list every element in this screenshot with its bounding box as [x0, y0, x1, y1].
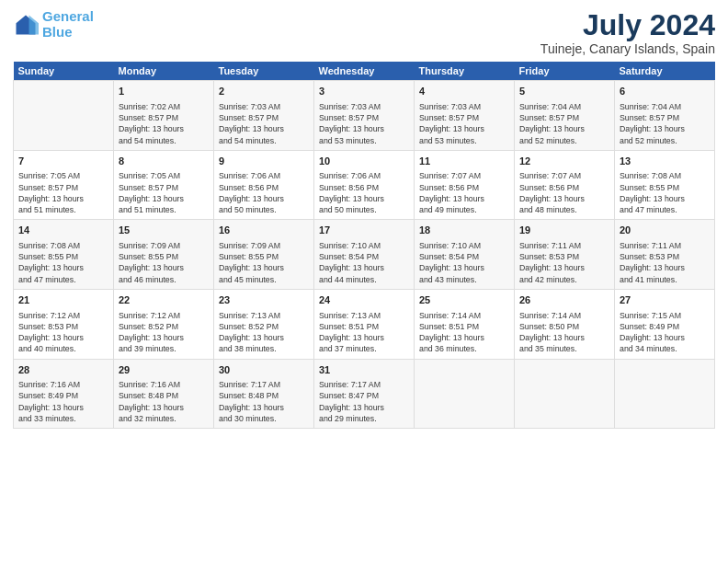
cell-content: Sunrise: 7:15 AMSunset: 8:49 PMDaylight:… [620, 310, 710, 355]
cell-line: Sunrise: 7:03 AM [219, 101, 309, 112]
cell-content: Sunrise: 7:10 AMSunset: 8:54 PMDaylight:… [419, 240, 509, 285]
cell-line: and 38 minutes. [219, 343, 309, 354]
cell-line: and 50 minutes. [319, 204, 409, 215]
day-number: 6 [620, 85, 710, 98]
page: General Blue July 2024 Tuineje, Canary I… [0, 0, 728, 563]
cell-line: and 45 minutes. [219, 274, 309, 285]
cell-content: Sunrise: 7:04 AMSunset: 8:57 PMDaylight:… [519, 101, 609, 146]
main-title: July 2024 [540, 9, 715, 41]
table-cell: 6Sunrise: 7:04 AMSunset: 8:57 PMDaylight… [615, 81, 715, 151]
cell-line: Sunrise: 7:17 AM [319, 379, 409, 390]
cell-content: Sunrise: 7:16 AMSunset: 8:48 PMDaylight:… [119, 379, 209, 424]
cell-line: and 51 minutes. [119, 204, 209, 215]
cell-line: Daylight: 13 hours [319, 123, 409, 134]
cell-line: Sunrise: 7:12 AM [18, 310, 108, 321]
day-number: 16 [219, 224, 309, 237]
col-monday: Monday [114, 62, 214, 81]
cell-line: Sunrise: 7:05 AM [119, 170, 209, 181]
cell-line: Sunrise: 7:07 AM [519, 170, 609, 181]
cell-content: Sunrise: 7:14 AMSunset: 8:51 PMDaylight:… [419, 310, 509, 355]
table-cell: 5Sunrise: 7:04 AMSunset: 8:57 PMDaylight… [515, 81, 615, 151]
title-block: July 2024 Tuineje, Canary Islands, Spain [540, 9, 715, 56]
cell-content: Sunrise: 7:14 AMSunset: 8:50 PMDaylight:… [519, 310, 609, 355]
table-cell: 30Sunrise: 7:17 AMSunset: 8:48 PMDayligh… [214, 359, 314, 429]
calendar-table: Sunday Monday Tuesday Wednesday Thursday… [13, 62, 715, 429]
cell-line: Sunrise: 7:10 AM [319, 240, 409, 251]
cell-line: Daylight: 13 hours [319, 402, 409, 413]
cell-line: Sunset: 8:51 PM [319, 321, 409, 332]
day-number: 25 [419, 293, 509, 307]
day-number: 15 [119, 224, 209, 237]
cell-line: Sunset: 8:52 PM [219, 321, 309, 332]
day-number: 18 [419, 224, 509, 237]
table-cell: 18Sunrise: 7:10 AMSunset: 8:54 PMDayligh… [415, 220, 515, 290]
cell-content: Sunrise: 7:11 AMSunset: 8:53 PMDaylight:… [519, 240, 609, 285]
cell-line: Sunset: 8:56 PM [219, 182, 309, 193]
cell-line: Daylight: 13 hours [419, 332, 509, 343]
cell-line: Daylight: 13 hours [319, 332, 409, 343]
cell-line: Sunrise: 7:08 AM [18, 240, 108, 251]
week-row-5: 28Sunrise: 7:16 AMSunset: 8:49 PMDayligh… [14, 359, 715, 429]
cell-content: Sunrise: 7:03 AMSunset: 8:57 PMDaylight:… [219, 101, 309, 146]
cell-line: Sunrise: 7:13 AM [219, 310, 309, 321]
day-number: 24 [319, 293, 409, 307]
day-number: 4 [419, 85, 509, 98]
col-friday: Friday [515, 62, 615, 81]
col-thursday: Thursday [415, 62, 515, 81]
day-number: 31 [319, 363, 409, 377]
cell-line: Daylight: 13 hours [119, 402, 209, 413]
cell-line: Sunset: 8:56 PM [319, 182, 409, 193]
cell-line: and 53 minutes. [319, 135, 409, 146]
cell-content: Sunrise: 7:13 AMSunset: 8:51 PMDaylight:… [319, 310, 409, 355]
cell-content: Sunrise: 7:11 AMSunset: 8:53 PMDaylight:… [620, 240, 710, 285]
cell-content: Sunrise: 7:12 AMSunset: 8:53 PMDaylight:… [18, 310, 108, 355]
table-cell: 22Sunrise: 7:12 AMSunset: 8:52 PMDayligh… [114, 290, 214, 360]
cell-line: Sunrise: 7:04 AM [519, 101, 609, 112]
cell-line: Sunset: 8:50 PM [519, 321, 609, 332]
subtitle: Tuineje, Canary Islands, Spain [540, 41, 715, 56]
cell-line: Sunrise: 7:14 AM [419, 310, 509, 321]
cell-line: and 35 minutes. [519, 343, 609, 354]
cell-line: and 29 minutes. [319, 413, 409, 424]
cell-line: and 51 minutes. [18, 204, 108, 215]
cell-line: and 37 minutes. [319, 343, 409, 354]
cell-content: Sunrise: 7:09 AMSunset: 8:55 PMDaylight:… [119, 240, 209, 285]
cell-line: Daylight: 13 hours [419, 193, 509, 204]
cell-line: Daylight: 13 hours [620, 262, 710, 273]
cell-content: Sunrise: 7:12 AMSunset: 8:52 PMDaylight:… [119, 310, 209, 355]
cell-line: Daylight: 13 hours [18, 402, 108, 413]
cell-line: Sunset: 8:57 PM [219, 112, 309, 123]
table-cell: 25Sunrise: 7:14 AMSunset: 8:51 PMDayligh… [415, 290, 515, 360]
cell-line: Sunset: 8:57 PM [519, 112, 609, 123]
cell-content: Sunrise: 7:13 AMSunset: 8:52 PMDaylight:… [219, 310, 309, 355]
week-row-4: 21Sunrise: 7:12 AMSunset: 8:53 PMDayligh… [14, 290, 715, 360]
cell-line: and 52 minutes. [519, 135, 609, 146]
table-cell: 11Sunrise: 7:07 AMSunset: 8:56 PMDayligh… [415, 150, 515, 220]
day-number: 20 [620, 224, 710, 237]
table-cell: 2Sunrise: 7:03 AMSunset: 8:57 PMDaylight… [214, 81, 314, 151]
table-cell: 14Sunrise: 7:08 AMSunset: 8:55 PMDayligh… [14, 220, 114, 290]
cell-line: Sunrise: 7:04 AM [620, 101, 710, 112]
cell-line: Daylight: 13 hours [519, 332, 609, 343]
day-number: 13 [620, 155, 710, 168]
cell-line: and 54 minutes. [219, 135, 309, 146]
table-cell: 8Sunrise: 7:05 AMSunset: 8:57 PMDaylight… [114, 150, 214, 220]
table-cell: 19Sunrise: 7:11 AMSunset: 8:53 PMDayligh… [515, 220, 615, 290]
table-cell: 27Sunrise: 7:15 AMSunset: 8:49 PMDayligh… [615, 290, 715, 360]
col-tuesday: Tuesday [214, 62, 314, 81]
col-wednesday: Wednesday [314, 62, 415, 81]
cell-content: Sunrise: 7:09 AMSunset: 8:55 PMDaylight:… [219, 240, 309, 285]
cell-line: Sunset: 8:57 PM [18, 182, 108, 193]
table-cell: 10Sunrise: 7:06 AMSunset: 8:56 PMDayligh… [314, 150, 415, 220]
table-cell: 12Sunrise: 7:07 AMSunset: 8:56 PMDayligh… [515, 150, 615, 220]
cell-line: and 46 minutes. [119, 274, 209, 285]
table-cell: 13Sunrise: 7:08 AMSunset: 8:55 PMDayligh… [615, 150, 715, 220]
cell-line: Sunrise: 7:07 AM [419, 170, 509, 181]
cell-line: Daylight: 13 hours [519, 262, 609, 273]
cell-line: Sunset: 8:54 PM [419, 251, 509, 262]
cell-line: Daylight: 13 hours [119, 123, 209, 134]
cell-line: Sunset: 8:53 PM [620, 251, 710, 262]
cell-line: Daylight: 13 hours [219, 332, 309, 343]
table-cell: 3Sunrise: 7:03 AMSunset: 8:57 PMDaylight… [314, 81, 415, 151]
cell-line: Daylight: 13 hours [119, 262, 209, 273]
